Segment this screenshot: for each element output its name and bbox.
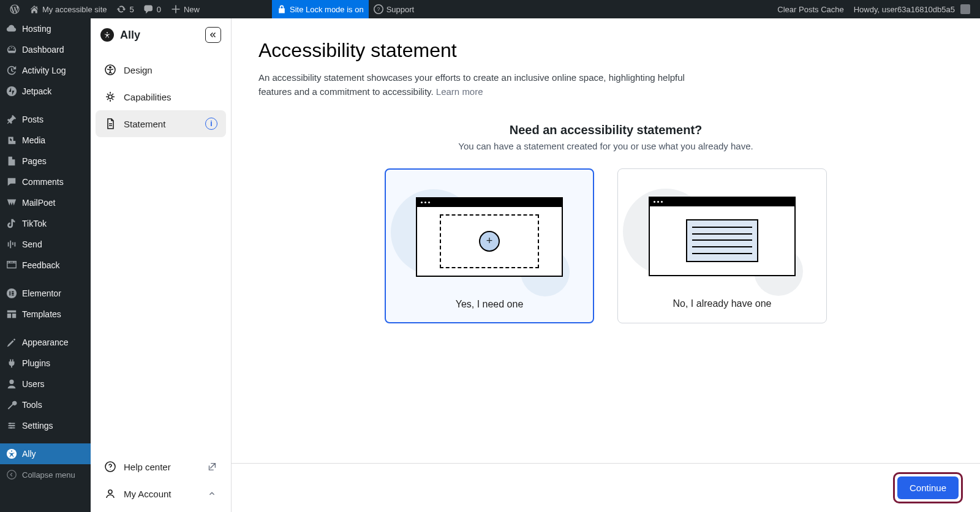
clear-cache-button[interactable]: Clear Posts Cache bbox=[772, 0, 848, 18]
comments-link[interactable]: 0 bbox=[139, 0, 166, 18]
help-icon bbox=[104, 461, 116, 473]
brush-icon bbox=[6, 337, 17, 348]
elementor-icon bbox=[6, 288, 17, 299]
send-icon bbox=[6, 239, 17, 250]
comments-icon bbox=[6, 176, 17, 187]
site-name: My accessible site bbox=[42, 5, 107, 14]
sidebar-item-plugins[interactable]: Plugins bbox=[0, 353, 91, 374]
illustration-existing bbox=[629, 183, 815, 290]
wp-admin-sidebar: Hosting Dashboard Activity Log Jetpack P… bbox=[0, 18, 91, 512]
updates-link[interactable]: 5 bbox=[111, 0, 138, 18]
collapse-icon bbox=[6, 469, 17, 480]
svg-point-4 bbox=[9, 423, 11, 424]
sidebar-item-activity-log[interactable]: Activity Log bbox=[0, 60, 91, 81]
sidebar-item-send[interactable]: Send bbox=[0, 234, 91, 255]
accessibility-icon bbox=[6, 448, 17, 459]
sidebar-item-comments[interactable]: Comments bbox=[0, 171, 91, 192]
sidebar-item-mailpoet[interactable]: MailPoet bbox=[0, 192, 91, 213]
collapse-menu-button[interactable]: Collapse menu bbox=[0, 464, 91, 485]
page-title: Accessibility statement bbox=[258, 39, 953, 62]
ally-header: Ally bbox=[91, 18, 231, 51]
option-no-have-one[interactable]: No, I already have one bbox=[617, 168, 827, 323]
help-icon: ? bbox=[374, 4, 383, 14]
comments-count: 0 bbox=[157, 5, 161, 14]
chevron-double-left-icon bbox=[209, 31, 217, 39]
site-name-link[interactable]: My accessible site bbox=[24, 0, 111, 18]
support-label: Support bbox=[386, 5, 415, 14]
avatar bbox=[960, 4, 970, 14]
svg-point-13 bbox=[110, 67, 111, 69]
chevron-up-icon bbox=[206, 488, 217, 499]
gear-icon bbox=[104, 91, 116, 103]
main-content: Accessibility statement An accessibility… bbox=[232, 18, 980, 512]
my-account-link[interactable]: My Account bbox=[96, 480, 226, 507]
sidebar-item-dashboard[interactable]: Dashboard bbox=[0, 39, 91, 60]
wp-logo-menu[interactable] bbox=[5, 0, 24, 18]
svg-point-5 bbox=[12, 425, 14, 427]
svg-point-6 bbox=[10, 427, 12, 429]
option-yes-need-one[interactable]: + Yes, I need one bbox=[385, 168, 594, 323]
accessibility-icon bbox=[103, 31, 111, 39]
media-icon bbox=[6, 135, 17, 146]
sidebar-item-tools[interactable]: Tools bbox=[0, 394, 91, 415]
collapse-panel-button[interactable] bbox=[205, 27, 221, 43]
sidebar-item-jetpack[interactable]: Jetpack bbox=[0, 81, 91, 102]
svg-text:?: ? bbox=[377, 6, 380, 12]
sidebar-item-templates[interactable]: Templates bbox=[0, 304, 91, 325]
sidebar-item-appearance[interactable]: Appearance bbox=[0, 332, 91, 353]
templates-icon bbox=[6, 309, 17, 320]
dashboard-icon bbox=[6, 44, 17, 55]
cloud-icon bbox=[6, 23, 17, 34]
illustration-create-new: + bbox=[397, 183, 582, 290]
comment-icon bbox=[144, 4, 154, 14]
page-description: An accessibility statement showcases you… bbox=[258, 71, 699, 99]
update-icon bbox=[116, 4, 126, 14]
ally-sidebar: Ally Design Capabilities Statement i bbox=[91, 18, 232, 512]
plus-icon bbox=[171, 4, 181, 14]
ally-nav-design[interactable]: Design bbox=[96, 56, 226, 83]
sidebar-item-users[interactable]: Users bbox=[0, 374, 91, 394]
lock-icon bbox=[277, 4, 287, 14]
history-icon bbox=[6, 65, 17, 76]
sidebar-item-elementor[interactable]: Elementor bbox=[0, 283, 91, 304]
howdy-text: Howdy, user63a16810db5a5 bbox=[854, 5, 955, 14]
svg-point-11 bbox=[107, 32, 108, 33]
home-icon bbox=[29, 4, 39, 14]
external-link-icon bbox=[206, 461, 217, 472]
learn-more-link[interactable]: Learn more bbox=[436, 86, 483, 97]
page-icon bbox=[6, 156, 17, 167]
svg-point-16 bbox=[108, 490, 112, 494]
help-center-link[interactable]: Help center bbox=[96, 453, 226, 480]
sidebar-item-hosting[interactable]: Hosting bbox=[0, 18, 91, 39]
ally-nav-capabilities[interactable]: Capabilities bbox=[96, 83, 226, 110]
info-icon[interactable]: i bbox=[205, 118, 217, 130]
new-content-link[interactable]: New bbox=[166, 0, 205, 18]
users-icon bbox=[6, 378, 17, 390]
updates-count: 5 bbox=[129, 5, 134, 14]
new-label: New bbox=[184, 5, 200, 14]
settings-icon bbox=[6, 420, 17, 431]
ally-logo bbox=[100, 28, 114, 42]
site-lock-label: Site Lock mode is on bbox=[290, 5, 364, 14]
sidebar-item-pages[interactable]: Pages bbox=[0, 151, 91, 171]
sidebar-item-media[interactable]: Media bbox=[0, 130, 91, 151]
site-lock-indicator[interactable]: Site Lock mode is on bbox=[272, 0, 369, 18]
wordpress-icon bbox=[10, 4, 20, 14]
question-title: Need an accessibility statement? bbox=[258, 123, 953, 137]
sidebar-item-posts[interactable]: Posts bbox=[0, 109, 91, 130]
jetpack-icon bbox=[6, 86, 17, 97]
pin-icon bbox=[6, 114, 17, 125]
tiktok-icon bbox=[6, 218, 17, 229]
sidebar-item-settings[interactable]: Settings bbox=[0, 415, 91, 436]
support-link[interactable]: ? Support bbox=[369, 0, 420, 18]
svg-point-2 bbox=[7, 86, 17, 96]
accessibility-icon bbox=[104, 64, 116, 76]
sidebar-item-ally[interactable]: Ally bbox=[0, 443, 91, 464]
option-no-label: No, I already have one bbox=[629, 298, 815, 309]
option-yes-label: Yes, I need one bbox=[397, 299, 582, 310]
account-menu[interactable]: Howdy, user63a16810db5a5 bbox=[849, 0, 975, 18]
sidebar-item-feedback[interactable]: Feedback bbox=[0, 255, 91, 276]
ally-nav-statement[interactable]: Statement i bbox=[96, 110, 226, 137]
continue-button[interactable]: Continue bbox=[897, 476, 959, 499]
sidebar-item-tiktok[interactable]: TikTok bbox=[0, 213, 91, 234]
